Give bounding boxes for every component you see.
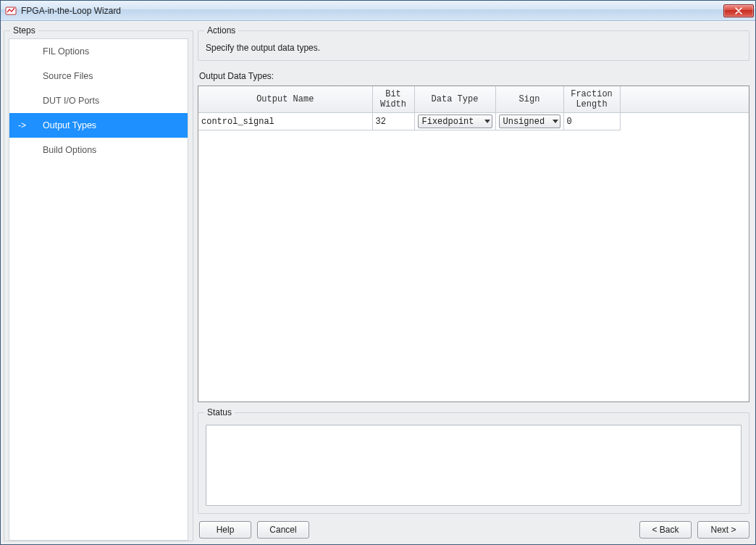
data-type-value: Fixedpoint (422, 117, 474, 127)
sign-select[interactable]: Unsigned (499, 115, 560, 128)
th-sign[interactable]: Sign (495, 86, 563, 113)
actions-legend: Actions (204, 25, 238, 36)
actions-text: Specify the output data types. (198, 31, 749, 60)
steps-legend: Steps (10, 25, 38, 36)
output-table-frame: Output Name Bit Width Data Type Sign Fra… (198, 86, 749, 402)
chevron-down-icon (553, 120, 558, 123)
th-bit-width[interactable]: Bit Width (372, 86, 414, 113)
output-section: Output Data Types: O (198, 71, 749, 402)
button-row: Help Cancel < Back Next > (198, 521, 749, 538)
table-row: control_signal 32 Fixedpoint (198, 113, 749, 130)
th-output-name[interactable]: Output Name (198, 86, 372, 113)
table-header-row: Output Name Bit Width Data Type Sign Fra… (198, 86, 749, 113)
cell-sign[interactable]: Unsigned (495, 113, 563, 130)
output-table: Output Name Bit Width Data Type Sign Fra… (198, 86, 749, 130)
chevron-down-icon (484, 120, 490, 123)
actions-group: Actions Specify the output data types. (198, 30, 749, 61)
status-group: Status (198, 412, 749, 514)
step-label: DUT I/O Ports (41, 96, 188, 106)
data-type-select[interactable]: Fixedpoint (418, 115, 492, 128)
step-dut-io-ports[interactable]: -> DUT I/O Ports (9, 88, 188, 113)
wizard-window: FPGA-in-the-Loop Wizard Steps -> FIL Opt… (0, 0, 756, 545)
cell-bit-width[interactable]: 32 (372, 113, 414, 130)
status-legend: Status (204, 407, 235, 417)
status-textarea[interactable] (206, 425, 742, 506)
th-data-type[interactable]: Data Type (414, 86, 495, 113)
steps-list: -> FIL Options -> Source Files -> DUT I/… (9, 38, 188, 541)
step-source-files[interactable]: -> Source Files (9, 64, 188, 88)
main-panel: Actions Specify the output data types. O… (193, 22, 755, 544)
step-label: Output Types (41, 120, 188, 130)
cell-spacer (620, 113, 749, 130)
th-spacer (620, 86, 749, 113)
titlebar[interactable]: FPGA-in-the-Loop Wizard (1, 1, 755, 21)
cancel-button[interactable]: Cancel (257, 521, 309, 538)
cell-fraction-length[interactable]: 0 (563, 113, 620, 130)
sign-value: Unsigned (503, 117, 545, 127)
app-icon (5, 5, 17, 17)
step-output-types[interactable]: -> Output Types (9, 113, 188, 138)
steps-group: Steps -> FIL Options -> Source Files -> … (4, 30, 193, 541)
step-label: Build Options (41, 145, 188, 155)
back-button[interactable]: < Back (639, 521, 692, 538)
cell-data-type[interactable]: Fixedpoint (414, 113, 495, 130)
step-fil-options[interactable]: -> FIL Options (9, 39, 188, 64)
close-button[interactable] (723, 4, 754, 17)
cell-output-name[interactable]: control_signal (198, 113, 372, 130)
step-label: Source Files (41, 71, 188, 81)
output-data-types-label: Output Data Types: (199, 71, 748, 81)
window-title: FPGA-in-the-Loop Wizard (21, 6, 723, 16)
help-button[interactable]: Help (199, 521, 251, 538)
step-build-options[interactable]: -> Build Options (9, 138, 188, 162)
step-label: FIL Options (41, 46, 188, 57)
next-button[interactable]: Next > (697, 521, 749, 538)
th-fraction-length[interactable]: Fraction Length (563, 86, 620, 113)
sidebar: Steps -> FIL Options -> Source Files -> … (1, 22, 193, 544)
client-area: Steps -> FIL Options -> Source Files -> … (1, 21, 755, 544)
